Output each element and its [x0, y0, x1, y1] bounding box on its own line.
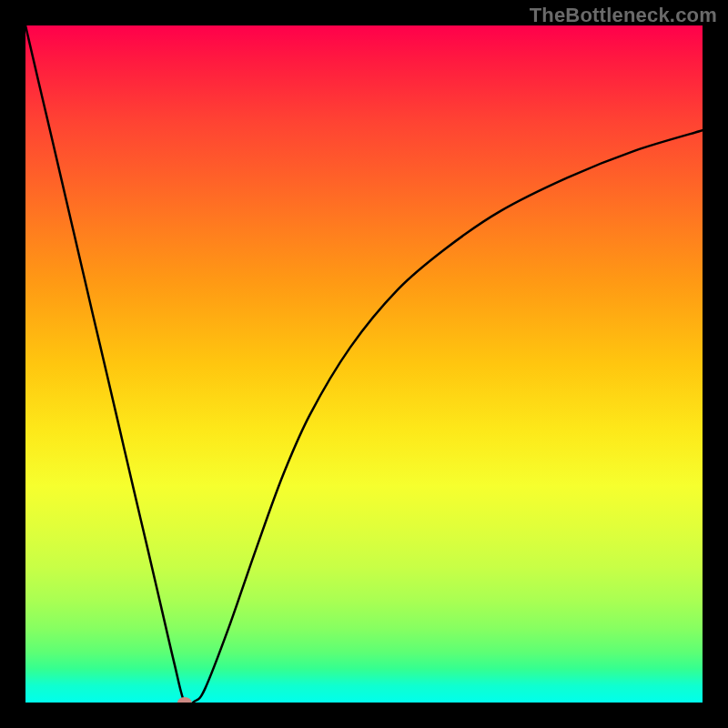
- curve-line: [25, 25, 703, 703]
- minimum-marker: [177, 697, 192, 703]
- attribution-text: TheBottleneck.com: [530, 4, 717, 27]
- chart-wrapper: TheBottleneck.com: [0, 0, 728, 728]
- plot-area: [25, 25, 703, 703]
- chart-svg: [25, 25, 703, 703]
